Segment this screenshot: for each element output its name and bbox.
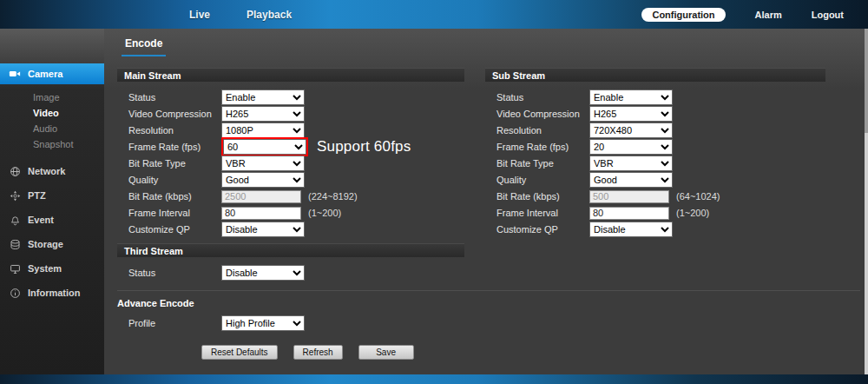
topbar: Live Playback Configuration Alarm Logout bbox=[0, 0, 868, 29]
sub-bitrate-type-select[interactable]: VBR bbox=[589, 156, 673, 171]
configuration-button[interactable]: Configuration bbox=[641, 8, 725, 22]
support-60fps-annotation: Support 60fps bbox=[317, 138, 411, 156]
third-stream-header: Third Stream bbox=[117, 243, 464, 257]
sidebar-item-label: Event bbox=[28, 215, 54, 225]
red-highlight-box: 60 bbox=[221, 137, 308, 156]
main-framerate-row: Frame Rate (fps) 60 Support 60fps bbox=[117, 139, 464, 155]
main-customize-qp-select[interactable]: Disable bbox=[221, 222, 305, 237]
sub-framerate-row: Frame Rate (fps) 20 bbox=[485, 139, 825, 155]
main-compression-row: Video Compression H265 bbox=[117, 106, 464, 122]
sub-bitrate-input[interactable] bbox=[589, 190, 669, 203]
topbar-tabs: Live Playback bbox=[0, 9, 292, 21]
sub-compression-select[interactable]: H265 bbox=[589, 106, 673, 122]
range-hint: (1~200) bbox=[308, 208, 341, 218]
field-label: Quality bbox=[496, 175, 589, 185]
range-hint: (224~8192) bbox=[308, 191, 358, 202]
ptz-icon bbox=[9, 190, 21, 202]
advance-encode-section: Advance Encode Profile High Profile bbox=[117, 290, 860, 331]
main-status-select[interactable]: Enable bbox=[221, 89, 305, 105]
sub-compression-row: Video Compression H265 bbox=[485, 106, 825, 122]
sub-customize-qp-row: Customize QP Disable bbox=[485, 222, 825, 237]
sidebar-item-system[interactable]: System bbox=[0, 256, 104, 281]
profile-row: Profile High Profile bbox=[117, 315, 860, 331]
sub-framerate-select[interactable]: 20 bbox=[589, 139, 673, 155]
sidebar: Camera Image Video Audio Snapshot Networ… bbox=[0, 29, 104, 374]
topbar-right: Configuration Alarm Logout bbox=[641, 8, 868, 22]
sidebar-item-ptz[interactable]: PTZ bbox=[0, 183, 104, 208]
main-quality-row: Quality Good bbox=[117, 172, 464, 188]
sidebar-item-audio[interactable]: Audio bbox=[0, 121, 104, 136]
camera-submenu: Image Video Audio Snapshot bbox=[0, 84, 104, 159]
camera-icon bbox=[9, 68, 21, 80]
main-compression-select[interactable]: H265 bbox=[221, 106, 305, 122]
main-bitrate-row: Bit Rate (kbps) (224~8192) bbox=[117, 189, 464, 204]
field-label: Resolution bbox=[128, 125, 221, 136]
event-bell-icon bbox=[9, 215, 21, 226]
third-status-select[interactable]: Disable bbox=[221, 265, 305, 281]
main-status-row: Status Enable bbox=[117, 89, 464, 105]
sidebar-item-snapshot[interactable]: Snapshot bbox=[0, 136, 104, 152]
sub-resolution-select[interactable]: 720X480 bbox=[589, 122, 673, 138]
main-bitrate-input[interactable] bbox=[221, 190, 301, 203]
field-label: Bit Rate Type bbox=[496, 158, 589, 169]
sidebar-item-information[interactable]: Information bbox=[0, 281, 104, 305]
tab-live[interactable]: Live bbox=[189, 9, 210, 21]
sidebar-item-image[interactable]: Image bbox=[0, 89, 104, 105]
sub-frame-interval-input[interactable] bbox=[589, 207, 669, 220]
field-label: Frame Rate (fps) bbox=[496, 142, 589, 152]
field-label: Bit Rate (kbps) bbox=[496, 191, 589, 202]
main-resolution-select[interactable]: 1080P bbox=[221, 122, 305, 138]
main-bitrate-type-select[interactable]: VBR bbox=[221, 156, 305, 171]
tab-encode[interactable]: Encode bbox=[122, 37, 166, 56]
profile-select[interactable]: High Profile bbox=[221, 315, 305, 331]
tabstrip: Encode bbox=[104, 29, 868, 56]
main-quality-select[interactable]: Good bbox=[221, 172, 305, 188]
field-label: Frame Rate (fps) bbox=[128, 142, 221, 152]
app-window: Live Playback Configuration Alarm Logout… bbox=[0, 0, 868, 384]
logout-button[interactable]: Logout bbox=[812, 10, 844, 20]
refresh-button[interactable]: Refresh bbox=[293, 345, 343, 360]
field-label: Quality bbox=[128, 175, 221, 185]
main-framerate-select[interactable]: 60 bbox=[223, 139, 306, 155]
scrollbar-thumb[interactable] bbox=[865, 29, 868, 133]
alarm-button[interactable]: Alarm bbox=[755, 10, 782, 20]
sub-quality-select[interactable]: Good bbox=[589, 172, 673, 188]
sub-frame-interval-row: Frame Interval (1~200) bbox=[485, 205, 825, 221]
main-resolution-row: Resolution 1080P bbox=[117, 122, 464, 138]
network-icon bbox=[9, 166, 21, 177]
sub-status-select[interactable]: Enable bbox=[589, 89, 673, 105]
advance-encode-title: Advance Encode bbox=[117, 298, 860, 308]
system-monitor-icon bbox=[9, 263, 21, 275]
sidebar-item-label: Storage bbox=[28, 239, 63, 249]
sub-customize-qp-select[interactable]: Disable bbox=[589, 222, 673, 237]
information-icon bbox=[9, 288, 21, 299]
field-label: Resolution bbox=[496, 125, 589, 136]
sidebar-item-label: Information bbox=[28, 288, 81, 298]
field-label: Status bbox=[128, 92, 221, 103]
reset-defaults-button[interactable]: Reset Defaults bbox=[201, 345, 278, 360]
scrollbar[interactable] bbox=[865, 29, 868, 374]
field-label: Customize QP bbox=[128, 224, 221, 235]
sidebar-item-network[interactable]: Network bbox=[0, 159, 104, 183]
encode-panel: Main Stream Status Enable Video Compress… bbox=[104, 56, 868, 360]
storage-icon bbox=[9, 239, 21, 250]
sidebar-item-video[interactable]: Video bbox=[0, 105, 104, 121]
sidebar-item-storage[interactable]: Storage bbox=[0, 232, 104, 256]
main-bitrate-type-row: Bit Rate Type VBR bbox=[117, 156, 464, 171]
main-stream-section: Main Stream Status Enable Video Compress… bbox=[117, 68, 464, 281]
third-status-row: Status Disable bbox=[117, 265, 464, 281]
sidebar-item-label: System bbox=[28, 263, 62, 274]
sub-stream-header: Sub Stream bbox=[485, 68, 825, 82]
main-content: Encode Main Stream Status Enable Video C… bbox=[104, 29, 868, 374]
sub-quality-row: Quality Good bbox=[485, 172, 825, 188]
button-row: Reset Defaults Refresh Save bbox=[201, 345, 860, 360]
field-label: Bit Rate Type bbox=[128, 158, 221, 169]
sidebar-item-camera[interactable]: Camera bbox=[0, 63, 104, 84]
main-frame-interval-input[interactable] bbox=[221, 207, 301, 220]
field-label: Profile bbox=[128, 318, 221, 328]
field-label: Video Compression bbox=[496, 109, 589, 119]
tab-playback[interactable]: Playback bbox=[247, 9, 292, 21]
save-button[interactable]: Save bbox=[358, 345, 414, 360]
sub-bitrate-type-row: Bit Rate Type VBR bbox=[485, 156, 825, 171]
sidebar-item-event[interactable]: Event bbox=[0, 208, 104, 232]
